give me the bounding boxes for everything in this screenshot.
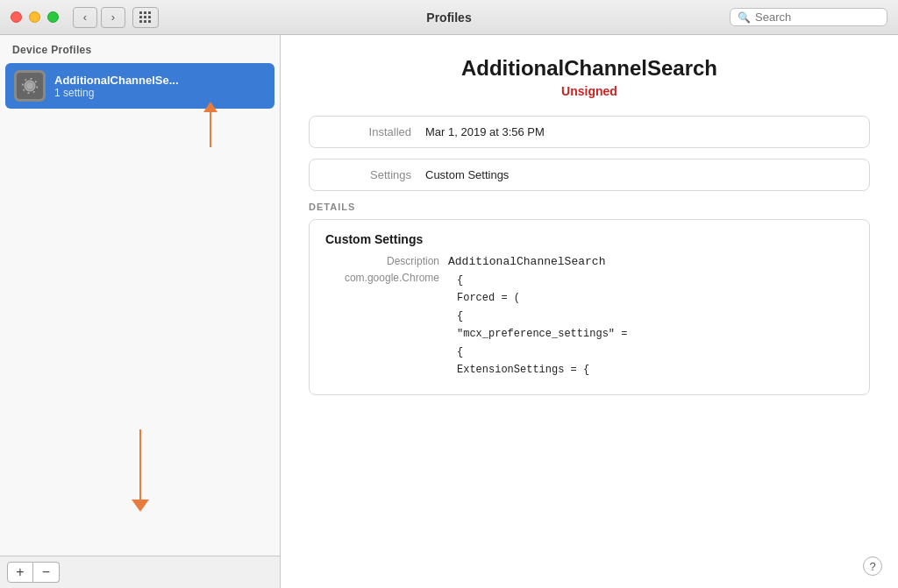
code-line-1: {: [457, 272, 627, 289]
sidebar: Device Profiles: [0, 35, 281, 588]
arrow-up-head: [203, 102, 217, 112]
forward-button[interactable]: ›: [101, 7, 125, 28]
sidebar-header: Device Profiles: [0, 35, 280, 61]
minimize-button[interactable]: [29, 11, 40, 23]
remove-profile-button[interactable]: −: [33, 562, 60, 583]
maximize-button[interactable]: [47, 11, 59, 23]
detail-subtitle: Unsigned: [309, 84, 870, 98]
sidebar-list: AdditionalChannelSe... 1 setting: [0, 61, 280, 287]
description-label: Description: [325, 255, 439, 268]
grid-icon: [139, 11, 152, 24]
sidebar-item-text: AdditionalChannelSe... 1 setting: [54, 74, 179, 99]
gear-icon: [17, 73, 43, 99]
arrow-down-head: [132, 499, 149, 512]
search-icon: 🔍: [738, 11, 751, 24]
nav-buttons: ‹ ›: [73, 7, 159, 28]
sidebar-item-name: AdditionalChannelSe...: [54, 74, 179, 87]
help-button[interactable]: ?: [863, 556, 882, 576]
description-row: Description AdditionalChannelSearch: [325, 255, 853, 268]
settings-value: Custom Settings: [425, 168, 509, 181]
custom-settings-title: Custom Settings: [325, 232, 853, 246]
settings-row: Settings Custom Settings: [309, 159, 870, 191]
window-controls: [11, 11, 59, 23]
code-line-5: {: [457, 344, 627, 361]
search-input[interactable]: [755, 11, 880, 24]
code-line-6: ExtensionSettings = {: [457, 361, 627, 379]
back-button[interactable]: ‹: [73, 7, 97, 28]
add-profile-button[interactable]: +: [7, 562, 33, 583]
details-section-label: DETAILS: [309, 202, 870, 212]
detail-panel: AdditionalChannelSearch Unsigned Install…: [281, 35, 898, 588]
installed-label: Installed: [324, 125, 411, 138]
chrome-row: com.google.Chrome { Forced = ( { "mcx_pr…: [325, 272, 853, 379]
search-bar[interactable]: 🔍: [730, 8, 887, 26]
sidebar-footer: + −: [0, 556, 280, 588]
description-value: AdditionalChannelSearch: [448, 255, 605, 268]
installed-value: Mar 1, 2019 at 3:56 PM: [425, 125, 545, 138]
arrow-down-line: [139, 429, 141, 499]
chrome-label: com.google.Chrome: [325, 272, 439, 379]
sidebar-item-subtitle: 1 setting: [54, 87, 179, 99]
details-box: Custom Settings Description AdditionalCh…: [309, 219, 870, 395]
sidebar-item[interactable]: AdditionalChannelSe... 1 setting: [5, 63, 274, 109]
close-button[interactable]: [11, 11, 22, 23]
installed-row: Installed Mar 1, 2019 at 3:56 PM: [309, 116, 870, 148]
arrow-up-line: [210, 112, 211, 147]
window-title: Profiles: [426, 11, 471, 25]
code-block: { Forced = ( { "mcx_preference_settings"…: [457, 272, 627, 379]
detail-title: AdditionalChannelSearch: [309, 56, 870, 81]
settings-label: Settings: [324, 168, 411, 181]
code-line-4: "mcx_preference_settings" =: [457, 325, 627, 343]
code-line-2: Forced = (: [457, 289, 627, 307]
titlebar: ‹ › Profiles 🔍: [0, 0, 898, 35]
profile-icon: [14, 70, 46, 102]
arrow-down-annotation: [132, 429, 149, 512]
main-content: Device Profiles: [0, 35, 898, 588]
svg-point-1: [26, 82, 33, 89]
code-line-3: {: [457, 308, 627, 325]
grid-button[interactable]: [132, 7, 159, 28]
